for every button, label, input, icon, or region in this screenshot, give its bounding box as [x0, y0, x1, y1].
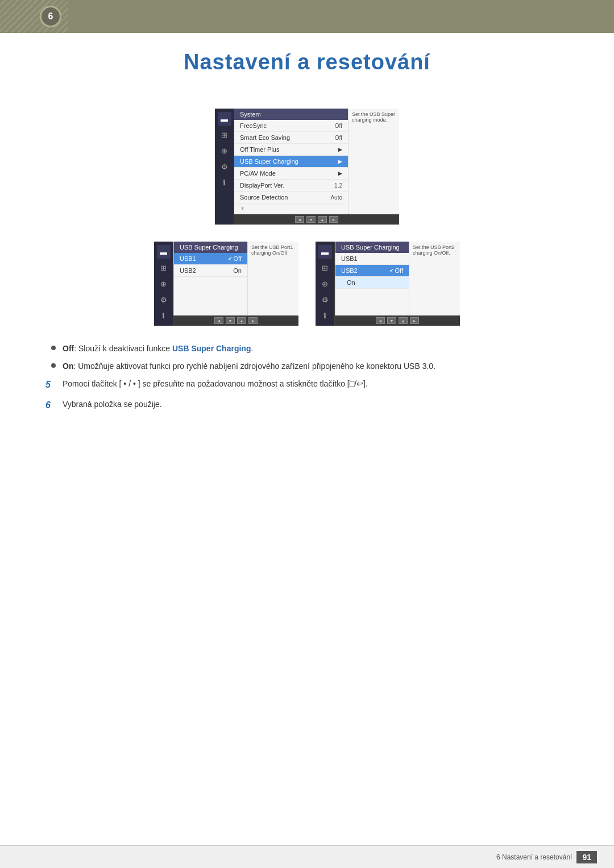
bullet-off: Off: Slouží k deaktivaci funkce USB Supe…: [51, 343, 569, 355]
page-title: Nastavení a resetování: [0, 50, 614, 74]
br-usb2-item: USB2 ✔ Off: [335, 265, 409, 277]
bottom-right-sidebar: ▬ ⊞ ⊕ ⚙ ℹ: [316, 242, 335, 326]
page-footer: 6 Nastavení a resetování 91: [0, 845, 614, 868]
bullet-dot-on: [51, 363, 56, 368]
step-5-text: Pomocí tlačítek [ • / • ] se přesuňte na…: [63, 378, 368, 390]
bl-sidebar-info-icon: ℹ: [157, 309, 171, 322]
menu-item-freesync: FreeSync Off: [234, 120, 348, 132]
br-sidebar-image-icon: ⊞: [318, 261, 332, 275]
bottom-right-nav-bar: ◄ ▼ ▲ ►: [335, 315, 460, 326]
bullet-on-bold: On: [63, 362, 73, 371]
bl-usb2-item: USB2 On: [174, 265, 247, 277]
bl-sidebar-image-icon: ⊞: [157, 261, 171, 275]
sidebar-monitor-icon: ▬: [218, 112, 231, 126]
bl-usb2-label: USB2: [180, 267, 196, 274]
menu-item-freesync-label: FreeSync: [240, 122, 267, 129]
nav-btn-left: ◄: [295, 216, 304, 223]
bottom-right-menu-row: USB Super Charging USB1 USB2 ✔ Off On: [335, 242, 460, 315]
bullet-off-text: Off: Slouží k deaktivaci funkce USB Supe…: [63, 343, 253, 355]
menu-more-indicator: ▼: [240, 206, 245, 211]
top-monitor-nav-bar: ◄ ▼ ▲ ►: [234, 214, 399, 225]
menu-item-eco-label: Smart Eco Saving: [240, 134, 290, 141]
br-usb2-label: USB2: [341, 267, 358, 274]
bottom-right-monitor-wrapper: ▬ ⊞ ⊕ ⚙ ℹ USB Super Charging USB1: [316, 242, 460, 326]
br-nav-down: ▼: [387, 317, 396, 324]
bottom-right-submenu: USB Super Charging USB1 USB2 ✔ Off On: [335, 242, 409, 315]
menu-item-eco-value: Off: [335, 135, 342, 141]
bullet-on: On: Umožňuje aktivovat funkci pro rychlé…: [51, 360, 569, 372]
top-menu-header: System: [234, 109, 348, 120]
bl-nav-left: ◄: [214, 317, 223, 324]
br-sidebar-info-icon: ℹ: [318, 309, 332, 322]
menu-item-freesync-value: Off: [335, 123, 342, 129]
bottom-left-monitor-wrapper: ▬ ⊞ ⊕ ⚙ ℹ USB Super Charging USB1 ✔ Off: [154, 242, 298, 326]
menu-item-usb-arrow: ▶: [338, 159, 342, 164]
bl-sidebar-monitor-icon: ▬: [157, 245, 171, 259]
bl-nav-down: ▼: [226, 317, 235, 324]
bl-usb1-item: USB1 ✔ Off: [174, 253, 247, 265]
menu-item-dp-value: 1.2: [334, 182, 342, 189]
menu-item-usb-charging: USB Super Charging ▶: [234, 156, 348, 168]
bottom-left-main-panel: USB Super Charging USB1 ✔ Off USB2 On Se…: [173, 242, 298, 326]
nav-btn-up: ▲: [318, 216, 327, 223]
step-5: 5 Pomocí tlačítek [ • / • ] se přesuňte …: [45, 378, 569, 392]
sidebar-move-icon: ⊕: [218, 144, 231, 157]
br-usb1-item: USB1: [335, 253, 409, 265]
bottom-right-monitor-body: ▬ ⊞ ⊕ ⚙ ℹ USB Super Charging USB1: [316, 242, 460, 326]
top-monitor-menu: System FreeSync Off Smart Eco Saving Off…: [234, 109, 348, 214]
nav-btn-right: ►: [329, 216, 338, 223]
step-6-text: Vybraná položka se použije.: [63, 398, 162, 410]
bottom-left-submenu: USB Super Charging USB1 ✔ Off USB2 On: [173, 242, 247, 315]
top-monitor-hint: Set the USB Super charging mode.: [348, 109, 399, 214]
bl-sidebar-settings-icon: ⚙: [157, 293, 171, 306]
menu-item-source-label: Source Detection: [240, 194, 288, 201]
br-nav-right: ►: [410, 317, 419, 324]
menu-item-pcav-arrow: ▶: [338, 171, 342, 176]
sidebar-info-icon: ℹ: [218, 176, 231, 189]
bottom-left-sidebar: ▬ ⊞ ⊕ ⚙ ℹ: [154, 242, 173, 326]
bl-sub-header: USB Super Charging: [174, 242, 247, 253]
bottom-left-menu-row: USB Super Charging USB1 ✔ Off USB2 On Se…: [173, 242, 298, 315]
br-sidebar-settings-icon: ⚙: [318, 293, 332, 306]
bullet-off-bold: Off: [63, 344, 74, 353]
top-monitor-main-panel: System FreeSync Off Smart Eco Saving Off…: [234, 109, 399, 225]
bottom-monitors-section: ▬ ⊞ ⊕ ⚙ ℹ USB Super Charging USB1 ✔ Off: [45, 242, 569, 326]
top-monitor-body: ▬ ⊞ ⊕ ⚙ ℹ System FreeSync Off: [215, 109, 399, 225]
top-monitor-section: ▬ ⊞ ⊕ ⚙ ℹ System FreeSync Off: [45, 109, 569, 225]
sidebar-settings-icon: ⚙: [218, 160, 231, 173]
menu-item-eco: Smart Eco Saving Off: [234, 132, 348, 144]
bottom-right-main-panel: USB Super Charging USB1 USB2 ✔ Off On: [335, 242, 460, 326]
menu-item-pcav-label: PC/AV Mode: [240, 170, 276, 177]
step-6: 6 Vybraná položka se použije.: [45, 398, 569, 412]
menu-item-usb-label: USB Super Charging: [240, 158, 298, 165]
br-sidebar-move-icon: ⊕: [318, 277, 332, 290]
menu-item-timer: Off Timer Plus ▶: [234, 144, 348, 156]
menu-item-source: Source Detection Auto: [234, 192, 348, 203]
menu-item-source-value: Auto: [330, 194, 342, 201]
br-sub-header: USB Super Charging: [335, 242, 409, 253]
bullet-on-text: On: Umožňuje aktivovat funkci pro rychlé…: [63, 360, 435, 372]
header-stripe: 6: [0, 0, 614, 33]
br-nav-left: ◄: [376, 317, 385, 324]
menu-item-more: ▼: [234, 203, 348, 214]
step-6-num: 6: [45, 398, 59, 412]
bl-nav-up: ▲: [237, 317, 246, 324]
br-sidebar-monitor-icon: ▬: [318, 245, 332, 259]
br-nav-up: ▲: [399, 317, 408, 324]
sidebar-image-icon: ⊞: [218, 128, 231, 142]
bottom-left-hint: Set the USB Port1 charging On/Off.: [247, 242, 298, 315]
top-monitor-sidebar: ▬ ⊞ ⊕ ⚙ ℹ: [215, 109, 234, 225]
menu-item-dp-label: DisplayPort Ver.: [240, 182, 284, 189]
br-usb2-on-item: On: [335, 277, 409, 289]
bl-sidebar-move-icon: ⊕: [157, 277, 171, 290]
step-5-num: 5: [45, 378, 59, 392]
chapter-number: 6: [48, 11, 53, 22]
bottom-left-monitor-body: ▬ ⊞ ⊕ ⚙ ℹ USB Super Charging USB1 ✔ Off: [154, 242, 298, 326]
footer-section-label: 6 Nastavení a resetování: [496, 853, 572, 861]
menu-item-pcav: PC/AV Mode ▶: [234, 168, 348, 180]
bottom-left-nav-bar: ◄ ▼ ▲ ►: [173, 315, 298, 326]
br-usb2-value: ✔ Off: [389, 267, 403, 274]
br-usb2-on-label: On: [341, 279, 355, 286]
menu-item-timer-arrow: ▶: [338, 147, 342, 152]
nav-btn-down: ▼: [306, 216, 316, 223]
